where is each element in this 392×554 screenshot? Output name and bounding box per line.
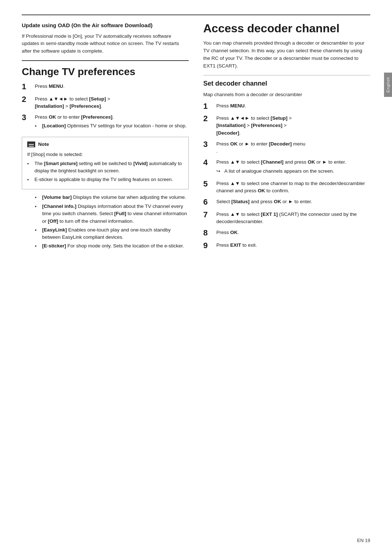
right-column: Access decoder channel You can map chann… xyxy=(203,22,370,255)
change-tv-steps: 1 Press MENU. 2 Press ▲▼◄► to select [Se… xyxy=(22,82,189,131)
decoder-step-2-content: Press ▲▼◄► to select [Setup] >[Installat… xyxy=(216,114,370,137)
decoder-step-5-content: Press ▲▼ to select one channel to map to… xyxy=(216,179,370,195)
step-3-content: Press OK or to enter [Preferences]. • [L… xyxy=(35,113,189,132)
decoder-step-3-content: Press OK or ► to enter [Decoder] menu . xyxy=(216,140,370,155)
bullet-dot: • xyxy=(35,123,41,130)
access-decoder-body: You can map channels provided through a … xyxy=(203,40,370,70)
decoder-step-5-num: 5 xyxy=(203,179,213,189)
set-decoder-title: Set decoder channel xyxy=(203,75,370,87)
note-icon xyxy=(27,141,35,147)
decoder-step-8-content: Press OK. xyxy=(216,228,370,236)
decoder-step-8-num: 8 xyxy=(203,228,213,238)
side-tab: English xyxy=(384,73,392,97)
bullet-esticker-text: [E-sticker] For shop mode only. Sets the… xyxy=(42,242,184,250)
sub-bullet-location-text: [Location] Optimises TV settings for you… xyxy=(42,122,187,130)
change-tv-title: Change TV preferences xyxy=(22,60,189,78)
note-bullet-1: • The [Smart picture] setting will be sw… xyxy=(27,160,183,174)
bullet-esticker: • [E-sticker] For shop mode only. Sets t… xyxy=(35,242,189,250)
step-1: 1 Press MENU. xyxy=(22,82,189,91)
decoder-step-4-num: 4 xyxy=(203,158,213,167)
step-3-sub-bullets: • [Location] Optimises TV settings for y… xyxy=(35,122,189,130)
step-3-num: 3 xyxy=(22,113,32,122)
access-decoder-section: Access decoder channel You can map chann… xyxy=(203,22,370,70)
decoder-step-6-content: Select [Status] and press OK or ► to ent… xyxy=(216,197,370,205)
step-2: 2 Press ▲▼◄► to select [Setup] >[Install… xyxy=(22,95,189,110)
decoder-step-4-content: Press ▲▼ to select [Channel] and press O… xyxy=(216,158,370,176)
bullet-dot-vb: • xyxy=(35,194,41,201)
oad-section: Update using OAD (On the Air software Do… xyxy=(22,22,189,55)
oad-title: Update using OAD (On the Air software Do… xyxy=(22,22,189,29)
decoder-step-4: 4 Press ▲▼ to select [Channel] and press… xyxy=(203,158,370,176)
decoder-step-3: 3 Press OK or ► to enter [Decoder] menu … xyxy=(203,140,370,155)
note-if-shop: If [Shop] mode is selected: xyxy=(27,151,183,158)
note-box: Note If [Shop] mode is selected: • The [… xyxy=(22,137,189,189)
decoder-step-2-num: 2 xyxy=(203,114,213,123)
decoder-step-4-sub: ↪ A list of analogue channels appears on… xyxy=(216,168,370,175)
decoder-step-9-num: 9 xyxy=(203,241,213,250)
step-2-num: 2 xyxy=(22,95,32,104)
bullet-dot-ci: • xyxy=(35,203,41,210)
footer: EN 19 xyxy=(357,538,370,543)
step-1-num: 1 xyxy=(22,82,32,91)
left-column: Update using OAD (On the Air software Do… xyxy=(22,22,189,255)
bullet-dot-el: • xyxy=(35,227,41,234)
note-bullet-dot-2: • xyxy=(27,176,33,184)
more-bullets: • [Volume bar] Displays the volume bar w… xyxy=(35,194,189,250)
page-container: English Update using OAD (On the Air sof… xyxy=(0,0,392,554)
sub-bullet-location: • [Location] Optimises TV settings for y… xyxy=(35,122,189,130)
decoder-step-1-content: Press MENU. xyxy=(216,102,370,110)
note-bullets: • The [Smart picture] setting will be sw… xyxy=(27,160,183,184)
access-decoder-title: Access decoder channel xyxy=(203,22,370,35)
decoder-step-1: 1 Press MENU. xyxy=(203,102,370,111)
oad-body: If Professional mode is [On], your TV au… xyxy=(22,33,189,56)
decoder-steps: 1 Press MENU. 2 Press ▲▼◄► to select [Se… xyxy=(203,102,370,250)
decoder-step-4-arrow: ↪ A list of analogue channels appears on… xyxy=(216,168,370,175)
decoder-step-7-num: 7 xyxy=(203,210,213,219)
note-header: Note xyxy=(27,141,183,148)
set-decoder-section: Set decoder channel Map channels from a … xyxy=(203,75,370,250)
decoder-step-6-num: 6 xyxy=(203,197,213,207)
decoder-step-6: 6 Select [Status] and press OK or ► to e… xyxy=(203,197,370,207)
bullet-easylink: • [EasyLink] Enables one-touch play and … xyxy=(35,226,189,241)
note-bullet-2: • E-sticker is applicable to display the… xyxy=(27,176,183,184)
decoder-step-7: 7 Press ▲▼ to select [EXT 1] (SCART) the… xyxy=(203,210,370,226)
decoder-step-4-arrow-text: A list of analogue channels appears on t… xyxy=(224,168,334,175)
note-label: Note xyxy=(38,141,49,148)
set-decoder-intro: Map channels from a decoder or descrambl… xyxy=(203,91,370,99)
bullet-easylink-text: [EasyLink] Enables one-touch play and on… xyxy=(42,226,189,241)
decoder-step-1-num: 1 xyxy=(203,102,213,111)
bullet-channel-info: • [Channel info.] Displays information a… xyxy=(35,203,189,225)
note-bullet-dot-1: • xyxy=(27,160,33,168)
decoder-step-7-content: Press ▲▼ to select [EXT 1] (SCART) the c… xyxy=(216,210,370,226)
top-rule xyxy=(22,15,370,15)
bullet-volume-bar-text: [Volume bar] Displays the volume bar whe… xyxy=(42,194,186,201)
arrow-bullet-4: ↪ xyxy=(216,168,224,175)
note-bullet-2-text: E-sticker is applicable to display the T… xyxy=(34,176,173,183)
step-3: 3 Press OK or to enter [Preferences]. • … xyxy=(22,113,189,132)
change-tv-section: Change TV preferences 1 Press MENU. 2 Pr… xyxy=(22,60,189,250)
bullet-channel-info-text: [Channel info.] Displays information abo… xyxy=(42,203,189,225)
bullet-volume-bar: • [Volume bar] Displays the volume bar w… xyxy=(35,194,189,201)
step-2-content: Press ▲▼◄► to select [Setup] >[Installat… xyxy=(35,95,189,110)
decoder-step-2: 2 Press ▲▼◄► to select [Setup] >[Install… xyxy=(203,114,370,137)
decoder-step-9: 9 Press EXIT to exit. xyxy=(203,241,370,250)
step-1-content: Press MENU. xyxy=(35,82,189,90)
decoder-step-8: 8 Press OK. xyxy=(203,228,370,238)
decoder-step-3-num: 3 xyxy=(203,140,213,149)
decoder-step-5: 5 Press ▲▼ to select one channel to map … xyxy=(203,179,370,195)
two-column-layout: Update using OAD (On the Air software Do… xyxy=(22,22,370,255)
bullet-dot-es: • xyxy=(35,243,41,250)
decoder-step-9-content: Press EXIT to exit. xyxy=(216,241,370,249)
note-bullet-1-text: The [Smart picture] setting will be swit… xyxy=(34,160,183,174)
